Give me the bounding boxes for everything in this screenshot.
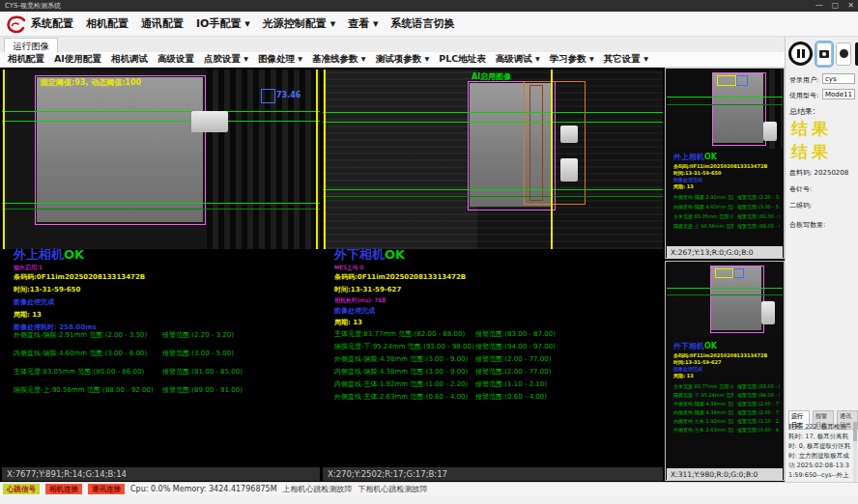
tray-code-field: 盘料码: 20250208: [789, 168, 848, 178]
measure-row: 主体宽度:83.05mm 范围:(80.00 - 86.00): [14, 367, 144, 377]
camera-name: 外下相机: [673, 342, 704, 350]
pause-button[interactable]: [788, 42, 813, 66]
tool-baseline-params[interactable]: 基准线参数 ▾: [312, 53, 366, 66]
menu-camera-config[interactable]: 相机配置: [86, 16, 129, 31]
tool-glue-settings[interactable]: 点胶设置 ▾: [204, 53, 248, 66]
camera-capture-button[interactable]: [816, 42, 832, 66]
alarm-range: 报警范围:(94.00 - 97.00): [737, 392, 780, 398]
measure-row: 内侧直线-隔膜:4.60mm 范围:(3.00 - 6.00): [14, 349, 147, 358]
qr-code-label: 二维码:: [789, 201, 812, 210]
measure-row: 内侧直线-隔膜:4.38mm 范围:(3.00 - 9.00): [673, 409, 733, 415]
label-box-yellow: [715, 268, 733, 278]
measure-row: 内侧直线-隔膜:4.60mm 范围:(3.00 - 6.00): [673, 204, 733, 210]
cpu-memory-text: Cpu: 0.0% Memory: 3424.41796875M: [130, 485, 277, 493]
measure-row: 隔膜宽度-下:95.24mm 范围:(93.00 - 98.00): [673, 392, 733, 398]
result-display-1: 结果: [791, 118, 832, 140]
baseline-green-2: [323, 122, 663, 123]
model-input[interactable]: [822, 89, 855, 99]
alarm-range: 报警范围:(2.20 - 3.20): [162, 330, 234, 340]
measure-row: 隔膜宽度-上:90.56mm 范围:(88.00 - 92.00): [14, 385, 154, 395]
reflective-part: [560, 126, 578, 143]
total-result-label: 总结果:: [789, 106, 815, 117]
tool-advanced-debug[interactable]: 高级调试 ▾: [496, 53, 540, 66]
login-user-input[interactable]: [822, 73, 855, 84]
alarm-range: 报警范围:(89.00 - 91.00): [162, 385, 243, 395]
alarm-range: 报警范围:(2.00 - 77.00): [475, 367, 551, 377]
close-button[interactable]: ✕: [847, 0, 854, 12]
maximize-button[interactable]: ▢: [832, 0, 840, 12]
tab-run-image[interactable]: 运行图像: [4, 38, 58, 53]
tool-camera-config[interactable]: 相机配置: [8, 53, 44, 66]
pixel-coords-mini-lower: X:311;Y:980;R:0;G:0;B:0: [667, 468, 783, 481]
reflective-part: [761, 301, 775, 324]
main-area: 固定阈值:93, 动态阈值:100 73.46 外上相机OK 输出启用:1 条码…: [0, 68, 785, 482]
tool-other-settings[interactable]: 其它设置 ▾: [604, 53, 648, 66]
measure-row: 外侧直线-主体:2.63mm 范围:(0.60 - 4.00): [673, 427, 733, 433]
mini-panel-lower[interactable]: 外下相机OK 条码码:0F11im2025020813313472B 时间:13…: [665, 261, 785, 481]
measure-row: 隔膜宽度-下:95.24mm 范围:(93.00 - 98.00): [334, 342, 474, 351]
tool-advanced-settings[interactable]: 高级设置: [157, 53, 194, 66]
pixel-coords-mini-upper: X:267;Y:13;R:0;G:0;B:0: [667, 246, 783, 259]
menu-language-switch[interactable]: 系统语言切换: [391, 16, 455, 31]
ai-enabled-label: AI启用图像: [472, 71, 511, 82]
tool-ai-config[interactable]: AI使用配置: [54, 53, 101, 66]
tool-test-params[interactable]: 测试项参数 ▾: [376, 53, 430, 66]
time-line: 时间:13-31-59-627: [673, 359, 722, 365]
tool-camera-debug[interactable]: 相机调试: [111, 53, 148, 66]
camera-elapsed-line: 相机耗时(ms): 768: [334, 296, 386, 305]
measure-row: 外侧直线-主体:2.63mm 范围:(0.60 - 4.00): [334, 392, 468, 402]
status-ok: OK: [704, 342, 717, 350]
measure-row: 外侧直线-隔膜:4.38mm 范围:(3.00 - 9.00): [334, 354, 468, 364]
tool-plc-address[interactable]: PLC地址表: [439, 53, 486, 66]
camera-title-mini: 外下相机OK: [673, 341, 717, 351]
pixel-coords-upper: X:7677;Y:891;R:14;G:14;B:14: [2, 467, 320, 481]
alarm-range: 报警范围:(83.00 - 87.00): [737, 383, 780, 389]
menu-comm-config[interactable]: 通讯配置: [141, 16, 184, 31]
upper-camera-warning: 上相机心跳检测故障: [283, 484, 353, 494]
camera-view-lower[interactable]: AI启用图像: [323, 70, 663, 249]
measure-row: 主体宽度:83.77mm 范围:(82.00 - 88.00): [673, 383, 733, 389]
toolbar: 相机配置 AI使用配置 相机调试 高级设置 点胶设置 ▾ 图像处理 ▾ 基准线参…: [0, 52, 785, 68]
alarm-range: 报警范围:(3.00 - 5.00): [162, 349, 234, 358]
menu-bar: 系统配置 相机配置 通讯配置 IO手配置 ▾ 光源控制配置 ▾ 查看 ▾ 系统语…: [0, 12, 858, 37]
baseline-green-2: [2, 121, 320, 122]
write-count-label: 合板写数量:: [789, 220, 825, 230]
lens-button[interactable]: [836, 42, 851, 66]
model-label: 使用型号:: [789, 91, 818, 100]
baseline-green-1: [2, 111, 320, 112]
output-flag: 输出启用:1: [14, 264, 43, 272]
tray-code-label: 盘料码:: [789, 169, 812, 177]
status-bar: 心跳信号 相机连接 通讯连接 Cpu: 0.0% Memory: 3424.41…: [0, 482, 858, 495]
measure-row: 隔膜宽度-上:90.56mm 范围:(88.00 - 92.00): [673, 223, 733, 229]
title-bar: CYS-视觉检测系统 — ▢ ✕: [0, 0, 858, 12]
alarm-range: 报警范围:(2.00 - 77.00): [737, 409, 780, 415]
camera-name: 外上相机: [14, 247, 64, 262]
alarm-range: 报警范围:(0.60 - 4.00): [475, 392, 547, 402]
alarm-range: 报警范围:(89.00 - 91.00): [737, 223, 780, 229]
alarm-range: 报警范围:(2.00 - 77.00): [737, 401, 780, 406]
reflective-part: [560, 158, 578, 182]
edge-line-v: [551, 70, 553, 249]
tool-learning-params[interactable]: 学习参数 ▾: [550, 53, 594, 66]
measure-row: 内侧直线-隔膜:4.38mm 范围:(3.00 - 9.00): [334, 367, 468, 377]
window-title: CYS-视觉检测系统: [5, 2, 61, 10]
time-line: 时间:13-31-59-650: [673, 170, 722, 176]
camera-name: 外下相机: [334, 247, 385, 262]
measure-row: 外侧直线-隔膜:2.91mm 范围:(2.00 - 3.50): [673, 194, 733, 200]
barcode-line: 条码码:0F11im2025020813313472B: [14, 272, 145, 282]
menu-light-config[interactable]: 光源控制配置 ▾: [263, 16, 335, 31]
measure-row: 外侧直线-隔膜:2.91mm 范围:(2.00 - 3.50): [14, 330, 147, 340]
menu-system-config[interactable]: 系统配置: [31, 16, 73, 31]
menu-io-config[interactable]: IO手配置 ▾: [196, 16, 250, 31]
edge-line-left: [324, 70, 326, 249]
camera-view-upper[interactable]: 固定阈值:93, 动态阈值:100 73.46: [2, 70, 320, 249]
camera-title-upper: 外上相机OK: [14, 246, 84, 264]
alarm-range: 报警范围:(1.10 - 2.10): [737, 418, 780, 424]
minimize-button[interactable]: —: [815, 0, 823, 12]
time-line: 时间:13-31-59-627: [334, 285, 401, 294]
needle-no-label: 卷针号:: [789, 184, 812, 194]
tool-image-processing[interactable]: 图像处理 ▾: [258, 53, 302, 66]
mini-panel-upper[interactable]: 外上相机OK 条码码:0F11im2025020813313472B 时间:13…: [665, 68, 785, 259]
tray-code-value: 20250208: [815, 169, 849, 177]
menu-view[interactable]: 查看 ▾: [348, 16, 378, 31]
